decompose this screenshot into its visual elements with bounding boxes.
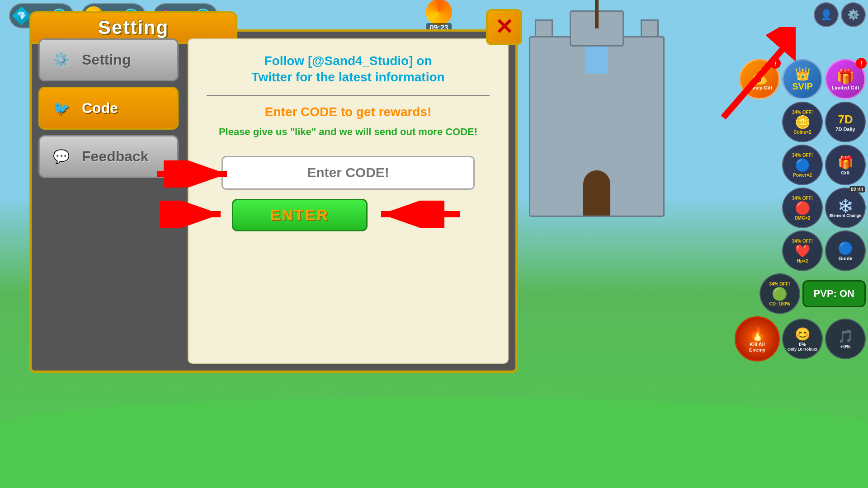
enter-row: ENTER xyxy=(232,199,465,231)
element-label: Element Change xyxy=(830,213,862,218)
enter-arrow-indicator xyxy=(374,201,465,230)
settings-arrow-indicator xyxy=(696,27,787,117)
svg-line-1 xyxy=(723,50,782,117)
limited-gift-icon: 🎁 xyxy=(836,68,854,85)
music-icon: 🎵 xyxy=(838,329,854,344)
cd-buff-button[interactable]: 34% OFF! 🟢 CD−100% xyxy=(760,273,800,314)
gear-icon: ⚙️ xyxy=(49,47,74,72)
timer-circle xyxy=(426,0,452,25)
input-arrow-indicator xyxy=(152,160,234,188)
close-button[interactable]: ✕ xyxy=(486,9,522,45)
code-panel: Follow [@Sand4_Studio] onTwitter for the… xyxy=(188,38,509,364)
element-timer: 02:41 xyxy=(849,186,865,192)
code-tab-button[interactable]: 🐦 Code xyxy=(38,87,179,130)
top-right-icons: 👤 ⚙️ xyxy=(814,2,866,27)
coins-buff-label: Coins×2 xyxy=(793,130,811,135)
crown-icon: 👑 xyxy=(795,66,811,81)
music-pct: +0% xyxy=(840,344,850,349)
castle xyxy=(529,36,665,217)
power-buff-label: Power×2 xyxy=(793,173,811,178)
bottom-row: 🔥 Kill AllEnemy 😊 0% Only 10 Robux! 🎵 +0… xyxy=(735,316,866,361)
enter-btn-label: ENTER xyxy=(270,206,329,223)
hp-buff-label: Hp×2 xyxy=(797,258,808,263)
diamond-icon: 💎 xyxy=(12,6,31,25)
setting-tab-button[interactable]: ⚙️ Setting xyxy=(38,38,179,81)
daily-label: 7D Daily xyxy=(835,127,855,132)
twitter-icon: 🐦 xyxy=(49,96,74,121)
modal-title: Setting xyxy=(98,17,169,38)
power-buff-button[interactable]: 34% OFF! 🔵 Power×2 xyxy=(782,145,823,185)
power-buff-off: 34% OFF! xyxy=(792,153,813,158)
enter-left-arrow xyxy=(160,201,227,230)
emote-pct: 0% xyxy=(799,342,806,347)
limited-gift-badge: ! xyxy=(856,58,867,69)
close-icon: ✕ xyxy=(495,16,513,38)
hp-buff-off: 34% OFF! xyxy=(792,239,813,244)
guide-button[interactable]: 🔵 Guide xyxy=(825,230,866,271)
cd-pvp-row: 34% OFF! 🟢 CD−100% PVP: ON xyxy=(760,273,866,314)
element-icon: ❄️ xyxy=(838,198,854,213)
cd-buff-icon: 🟢 xyxy=(772,286,788,301)
pvp-button[interactable]: PVP: ON xyxy=(802,280,866,307)
kill-enemy-button[interactable]: 🔥 Kill AllEnemy xyxy=(735,316,780,361)
code-input-row xyxy=(207,156,490,190)
dmg-buff-icon: 🔴 xyxy=(795,201,811,216)
cd-buff-off: 34% OFF! xyxy=(769,282,790,286)
feedback-btn-label: Feedback xyxy=(82,148,149,165)
pvp-label: PVP: ON xyxy=(814,288,854,299)
cd-buff-label: CD−100% xyxy=(769,301,790,306)
user-profile-button[interactable]: 👤 xyxy=(814,2,839,27)
fire-icon: 🔥 xyxy=(749,326,766,342)
feedback-icon: 💬 xyxy=(49,144,74,169)
ground xyxy=(0,398,868,488)
divider xyxy=(207,95,490,96)
hp-buff-icon: ❤️ xyxy=(795,244,811,258)
gift-button[interactable]: 🎁 Gift xyxy=(825,145,866,185)
gift-icon: 🎁 xyxy=(838,155,854,170)
coin-buff-icon: 🪙 xyxy=(795,115,811,130)
gift-label: Gift xyxy=(841,170,850,175)
sidebar-buttons: ⚙️ Setting 🐦 Code 💬 Feedback xyxy=(38,38,179,178)
follow-text: Follow [@Sand4_Studio] onTwitter for the… xyxy=(251,53,444,86)
kill-label: Kill AllEnemy xyxy=(749,342,765,352)
daily-button[interactable]: 7D 7D Daily xyxy=(825,102,866,142)
code-input-field[interactable] xyxy=(222,156,475,190)
reward-text: Enter CODE to get rewards! xyxy=(265,105,432,119)
music-button[interactable]: 🎵 +0% xyxy=(825,319,866,359)
setting-modal: Setting ✕ ⚙️ Setting 🐦 Code 💬 Feedback F… xyxy=(29,29,518,373)
element-change-button[interactable]: 02:41 ❄️ Element Change xyxy=(825,188,866,228)
emote-button[interactable]: 😊 0% Only 10 Robux! xyxy=(782,319,823,359)
dmg-buff-button[interactable]: 34% OFF! 🔴 DMG×2 xyxy=(782,188,823,228)
guide-icon: 🔵 xyxy=(838,241,854,256)
dmg-buff-off: 34% OFF! xyxy=(792,196,813,201)
enter-button[interactable]: ENTER xyxy=(232,199,368,231)
guide-label: Guide xyxy=(838,256,852,261)
timer-area: 09:23 xyxy=(426,0,452,33)
code-input-area: ENTER xyxy=(207,156,490,231)
limited-gift-button[interactable]: ! 🎁 Limited Gift xyxy=(825,59,866,99)
emote-icon: 😊 xyxy=(795,327,811,342)
dmg-buff-label: DMG×2 xyxy=(795,216,811,221)
daily-text: 7D xyxy=(838,113,853,127)
setting-btn-label: Setting xyxy=(82,52,131,68)
hp-buff-button[interactable]: 34% OFF! ❤️ Hp×2 xyxy=(782,230,823,271)
limited-gift-label: Limited Gift xyxy=(831,85,859,90)
settings-button[interactable]: ⚙️ xyxy=(841,2,866,27)
buff-icons-grid: 34% OFF! 🪙 Coins×2 7D 7D Daily 34% OFF! … xyxy=(782,102,866,271)
only-robux: Only 10 Robux! xyxy=(788,347,817,352)
code-btn-label: Code xyxy=(82,100,118,117)
like-text: Please give us "like" and we will send o… xyxy=(219,126,477,138)
power-buff-icon: 🔵 xyxy=(795,158,811,173)
